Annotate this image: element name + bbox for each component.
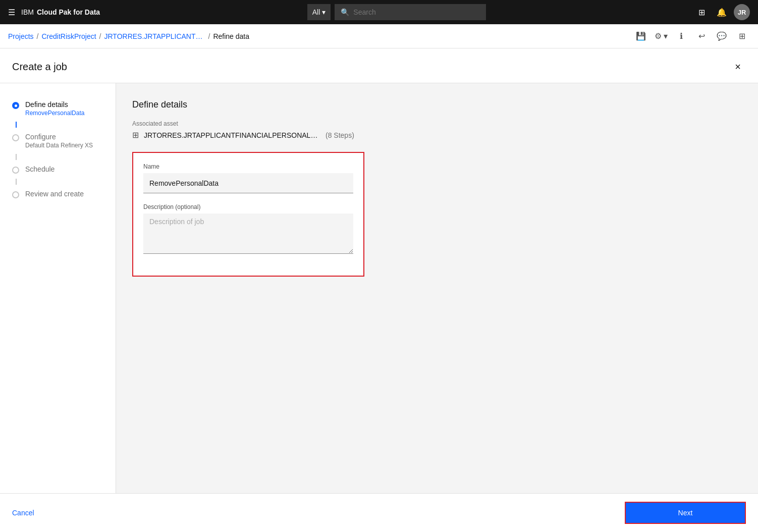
step-2-indicator [12,134,19,141]
form-section-title: Define details [132,99,742,110]
modal-overlay: Create a job × Define details RemovePers… [0,48,758,532]
description-textarea[interactable] [143,214,353,254]
step-2-content: Configure Default Data Refinery XS [25,133,103,149]
form-fields-box: Name Description (optional) [132,152,364,277]
description-field-group: Description (optional) [143,203,353,255]
step-4-indicator [12,191,19,198]
breadcrumb-sep-3: / [208,32,210,40]
connector-3 [16,179,116,185]
brand-ibm: IBM [21,8,34,16]
next-button[interactable]: Next [625,502,746,524]
step-configure[interactable]: Configure Default Data Refinery XS [0,128,116,154]
step-2-label: Configure [25,133,103,141]
step-review-create[interactable]: Review and create [0,185,116,203]
cancel-button[interactable]: Cancel [12,504,34,522]
search-dropdown-label: All [312,8,320,16]
name-field-group: Name [143,163,353,193]
step-1-content: Define details RemovePersonalData [25,100,103,117]
step-1-sublabel: RemovePersonalData [25,110,103,117]
step-3-content: Schedule [25,165,103,173]
breadcrumb-asset[interactable]: JRTORRES.JRTAPPLICANTFINA... [104,32,205,40]
connector-1 [16,122,116,128]
close-button[interactable]: × [730,59,746,75]
page-content: Create a job × Define details RemovePers… [0,48,758,532]
settings-icon[interactable]: ⚙ ▾ [653,28,669,44]
asset-icon: ⊞ [132,130,139,140]
step-schedule[interactable]: Schedule [0,160,116,179]
undo-icon[interactable]: ↩ [693,28,710,44]
asset-name: JRTORRES.JRTAPPLICANTFINANCIALPERSONALLO… [144,131,320,139]
breadcrumb-credit-risk[interactable]: CreditRiskProject [41,32,96,40]
step-4-content: Review and create [25,190,103,198]
navbar-icons: ⊞ 🔔 JR [693,4,750,20]
name-input[interactable] [143,173,353,193]
breadcrumb-current: Refine data [213,32,249,40]
form-area: Define details Associated asset ⊞ JRTORR… [116,83,758,493]
step-2-sublabel: Default Data Refinery XS [25,142,103,149]
navbar-search: All ▾ 🔍 [106,4,687,20]
switcher-icon[interactable]: ⊞ [693,4,710,20]
brand-product: Cloud Pak for Data [37,8,100,16]
associated-asset-row: ⊞ JRTORRES.JRTAPPLICANTFINANCIALPERSONAL… [132,130,742,140]
search-dropdown[interactable]: All ▾ [307,4,331,20]
notification-icon[interactable]: 🔔 [714,4,730,20]
breadcrumb-projects[interactable]: Projects [8,32,34,40]
step-1-indicator [12,102,19,109]
modal: Create a job × Define details RemovePers… [0,48,758,532]
search-bar: 🔍 [335,4,486,20]
step-define-details[interactable]: Define details RemovePersonalData [0,95,116,122]
description-label: Description (optional) [143,203,353,210]
share-icon[interactable]: ⊞ [734,28,750,44]
step-3-indicator [12,167,19,174]
search-icon: 🔍 [341,8,349,16]
connector-2 [16,154,116,160]
steps-sidebar: Define details RemovePersonalData Config… [0,83,116,493]
step-3-label: Schedule [25,165,103,173]
menu-icon[interactable]: ☰ [8,8,15,17]
avatar-initials: JR [738,9,746,16]
name-label: Name [143,163,353,170]
modal-body: Define details RemovePersonalData Config… [0,83,758,493]
avatar[interactable]: JR [734,4,750,20]
breadcrumb-actions: 💾 ⚙ ▾ ℹ ↩ 💬 ⊞ [633,28,750,44]
search-input[interactable] [353,8,480,16]
info-icon[interactable]: ℹ [673,28,689,44]
chevron-down-icon: ▾ [322,8,326,16]
step-4-label: Review and create [25,190,103,198]
save-icon[interactable]: 💾 [633,28,649,44]
modal-footer: Cancel Next [0,493,758,532]
associated-asset-label: Associated asset [132,120,742,127]
breadcrumb-bar: Projects / CreditRiskProject / JRTORRES.… [0,24,758,48]
brand: IBM Cloud Pak for Data [21,8,100,16]
modal-title: Create a job [12,61,67,73]
breadcrumb-sep-2: / [99,32,101,40]
navbar: ☰ IBM Cloud Pak for Data All ▾ 🔍 ⊞ 🔔 JR [0,0,758,24]
asset-steps: (8 Steps) [326,131,354,139]
modal-header: Create a job × [0,48,758,83]
chat-icon[interactable]: 💬 [714,28,730,44]
step-1-label: Define details [25,100,103,109]
breadcrumb-sep-1: / [37,32,39,40]
